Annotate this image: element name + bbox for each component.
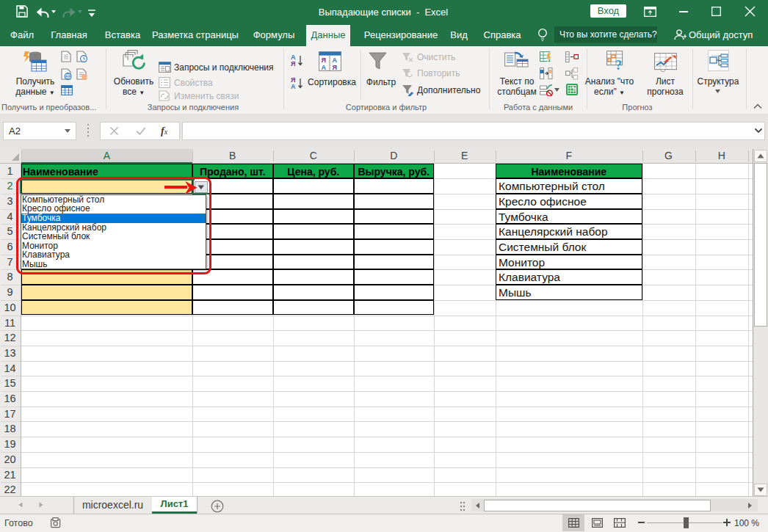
svg-text:А: А (322, 64, 327, 71)
svg-text:А: А (291, 83, 296, 90)
svg-text:Я: Я (322, 57, 326, 64)
svg-text:Я: Я (333, 64, 337, 71)
svg-text:А: А (333, 57, 338, 64)
svg-text:?: ? (615, 58, 622, 72)
svg-text:Я: Я (291, 60, 295, 68)
